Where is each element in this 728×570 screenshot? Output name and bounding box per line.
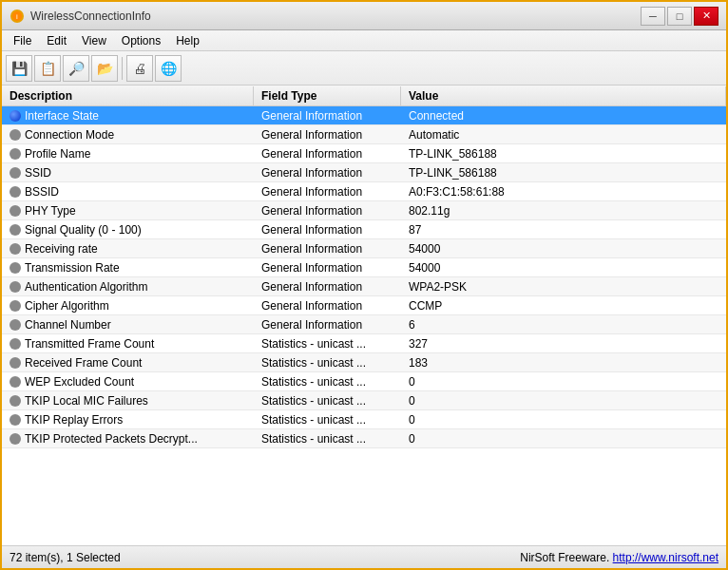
header-value[interactable]: Value	[401, 86, 726, 105]
save-button[interactable]: 💾	[6, 55, 32, 82]
menu-options[interactable]: Options	[114, 32, 168, 49]
cell-description: Transmission Rate	[2, 259, 254, 276]
table-row[interactable]: Interface State General Information Conn…	[2, 106, 726, 125]
menu-edit[interactable]: Edit	[39, 32, 74, 49]
description-text: SSID	[25, 166, 51, 180]
cell-field-type: Statistics - unicast ...	[254, 335, 401, 352]
cell-value: 0	[401, 430, 726, 447]
row-icon	[10, 205, 21, 217]
row-icon	[10, 338, 21, 350]
header-description[interactable]: Description	[2, 86, 254, 105]
cell-field-type: General Information	[254, 202, 401, 219]
row-icon	[10, 357, 21, 369]
toolbar: 💾 📋 🔎 📂 🖨 🌐	[2, 51, 726, 86]
row-icon	[10, 243, 21, 255]
row-icon	[10, 110, 21, 122]
cell-description: Transmitted Frame Count	[2, 335, 254, 352]
table-row[interactable]: Authentication Algorithm General Informa…	[2, 277, 726, 296]
cell-value: TP-LINK_586188	[401, 164, 726, 181]
table-row[interactable]: Profile Name General Information TP-LINK…	[2, 144, 726, 163]
menu-help[interactable]: Help	[168, 32, 207, 49]
row-icon	[10, 376, 21, 388]
table-row[interactable]: Transmission Rate General Information 54…	[2, 258, 726, 277]
cell-description: WEP Excluded Count	[2, 373, 254, 390]
description-text: Connection Mode	[25, 128, 114, 142]
cell-description: Interface State	[2, 107, 254, 124]
row-icon	[10, 148, 21, 160]
row-icon	[10, 262, 21, 274]
cell-field-type: General Information	[254, 316, 401, 333]
nirsoft-link[interactable]: http://www.nirsoft.net	[613, 551, 718, 564]
cell-description: Authentication Algorithm	[2, 278, 254, 295]
table-row[interactable]: TKIP Replay Errors Statistics - unicast …	[2, 410, 726, 429]
main-window: i WirelessConnectionInfo ─ □ ✕ File Edit…	[0, 0, 728, 570]
row-icon	[10, 414, 21, 426]
row-icon	[10, 319, 21, 331]
cell-description: Profile Name	[2, 145, 254, 162]
row-icon	[10, 281, 21, 293]
title-bar-left: i WirelessConnectionInfo	[10, 9, 151, 24]
status-nirsoft-text: NirSoft Freeware.	[520, 551, 612, 564]
cell-value: 0	[401, 411, 726, 428]
table-row[interactable]: SSID General Information TP-LINK_586188	[2, 163, 726, 182]
table-row[interactable]: WEP Excluded Count Statistics - unicast …	[2, 372, 726, 391]
status-right: NirSoft Freeware. http://www.nirsoft.net	[520, 551, 718, 564]
menu-file[interactable]: File	[6, 32, 39, 49]
close-button[interactable]: ✕	[694, 7, 718, 26]
description-text: TKIP Replay Errors	[25, 413, 123, 427]
cell-description: BSSID	[2, 183, 254, 200]
properties-button[interactable]: 🔎	[63, 55, 89, 82]
cell-description: Receiving rate	[2, 240, 254, 257]
cell-description: TKIP Replay Errors	[2, 411, 254, 428]
row-icon	[10, 433, 21, 445]
status-bar: 72 item(s), 1 Selected NirSoft Freeware.…	[2, 545, 726, 568]
description-text: Channel Number	[25, 318, 111, 332]
menu-view[interactable]: View	[74, 32, 114, 49]
cell-value: WPA2-PSK	[401, 278, 726, 295]
row-icon	[10, 129, 21, 141]
description-text: TKIP Local MIC Failures	[25, 394, 148, 408]
cell-description: PHY Type	[2, 202, 254, 219]
table-row[interactable]: TKIP Protected Packets Decrypt... Statis…	[2, 429, 726, 448]
description-text: Signal Quality (0 - 100)	[25, 223, 142, 237]
table-row[interactable]: Cipher Algorithm General Information CCM…	[2, 296, 726, 315]
table-row[interactable]: PHY Type General Information 802.11g	[2, 201, 726, 220]
table-row[interactable]: TKIP Local MIC Failures Statistics - uni…	[2, 391, 726, 410]
cell-field-type: General Information	[254, 183, 401, 200]
cell-value: 54000	[401, 259, 726, 276]
table-row[interactable]: Receiving rate General Information 54000	[2, 239, 726, 258]
cell-value: Connected	[401, 107, 726, 124]
table-body[interactable]: Interface State General Information Conn…	[2, 106, 726, 545]
print-button[interactable]: 🖨	[126, 55, 153, 82]
cell-field-type: General Information	[254, 259, 401, 276]
row-icon	[10, 167, 21, 179]
cell-field-type: Statistics - unicast ...	[254, 392, 401, 409]
table-row[interactable]: Connection Mode General Information Auto…	[2, 125, 726, 144]
row-icon	[10, 224, 21, 236]
table-row[interactable]: Signal Quality (0 - 100) General Informa…	[2, 220, 726, 239]
description-text: Received Frame Count	[25, 356, 142, 370]
table-row[interactable]: BSSID General Information A0:F3:C1:58:61…	[2, 182, 726, 201]
cell-field-type: General Information	[254, 164, 401, 181]
copy-button[interactable]: 📋	[34, 55, 61, 82]
open-button[interactable]: 📂	[91, 55, 118, 82]
cell-value: 802.11g	[401, 202, 726, 219]
table-row[interactable]: Received Frame Count Statistics - unicas…	[2, 353, 726, 372]
description-text: Receiving rate	[25, 242, 98, 256]
table-row[interactable]: Channel Number General Information 6	[2, 315, 726, 334]
row-icon	[10, 300, 21, 312]
table-header: Description Field Type Value	[2, 86, 726, 106]
cell-field-type: Statistics - unicast ...	[254, 411, 401, 428]
header-field-type[interactable]: Field Type	[254, 86, 401, 105]
description-text: WEP Excluded Count	[25, 375, 134, 389]
minimize-button[interactable]: ─	[641, 7, 665, 26]
table-row[interactable]: Transmitted Frame Count Statistics - uni…	[2, 334, 726, 353]
cell-field-type: General Information	[254, 145, 401, 162]
html-button[interactable]: 🌐	[155, 55, 182, 82]
description-text: Authentication Algorithm	[25, 280, 147, 294]
maximize-button[interactable]: □	[667, 7, 692, 26]
window-title: WirelessConnectionInfo	[30, 10, 151, 23]
cell-field-type: Statistics - unicast ...	[254, 354, 401, 371]
cell-value: 54000	[401, 240, 726, 257]
cell-field-type: General Information	[254, 221, 401, 238]
